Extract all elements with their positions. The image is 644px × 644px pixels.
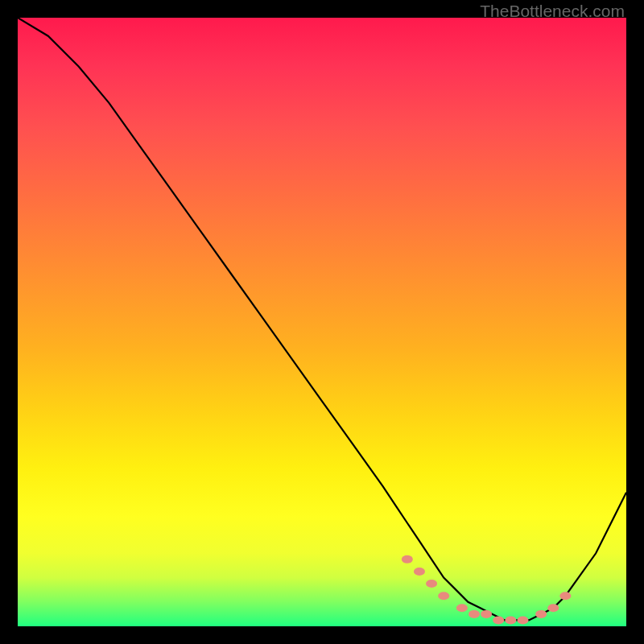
marker-dot (559, 592, 571, 600)
chart-container: TheBottleneck.com (0, 0, 644, 644)
marker-dot (493, 616, 504, 624)
marker-dot (402, 555, 413, 564)
marker-dot (505, 616, 516, 624)
marker-dot (535, 610, 547, 618)
marker-dot (481, 610, 492, 618)
marker-dot (426, 580, 437, 588)
curve-line (18, 18, 626, 620)
marker-dot (469, 610, 480, 618)
watermark-text: TheBottleneck.com (480, 2, 625, 21)
marker-dot (547, 604, 559, 612)
chart-svg (18, 18, 626, 626)
plot-area (18, 18, 626, 626)
marker-dot (456, 604, 468, 612)
marker-dot (517, 616, 528, 624)
marker-dots (402, 555, 572, 625)
marker-dot (414, 568, 425, 576)
marker-dot (438, 592, 449, 600)
